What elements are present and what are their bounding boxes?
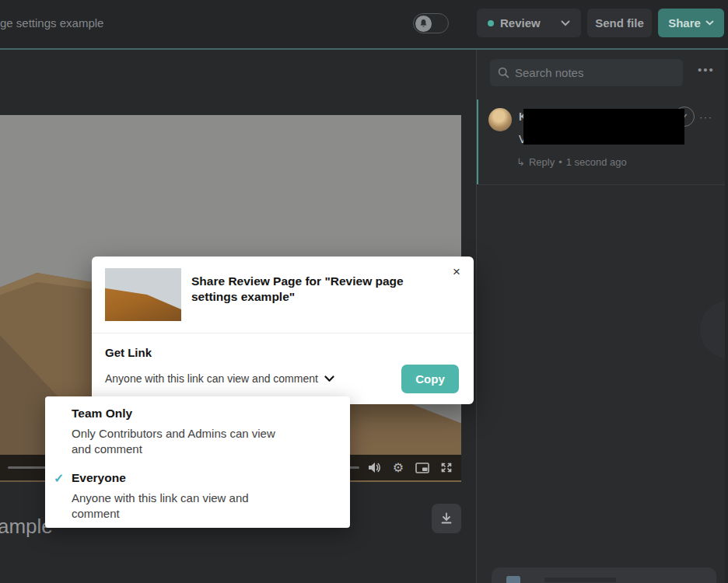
download-icon [439, 511, 453, 525]
page-title: ge settings example [0, 16, 103, 30]
comment-overflow-menu[interactable]: ··· [699, 111, 713, 123]
fullscreen-button[interactable] [438, 459, 455, 477]
comment-list-divider [477, 184, 728, 185]
speaker-icon [368, 462, 381, 473]
avatar[interactable] [488, 108, 512, 131]
attachment-card-text [544, 578, 616, 582]
picture-in-picture-icon [415, 463, 429, 473]
gear-icon: ⚙ [393, 462, 404, 474]
comments-sidebar: ••• K V ✓ ··· ↳ Reply • 1 second ago [477, 50, 728, 583]
reply-arrow-icon: ↳ [516, 156, 525, 168]
copy-label: Copy [415, 372, 445, 386]
copy-link-button[interactable]: Copy [401, 365, 459, 393]
search-notes-box[interactable] [490, 59, 683, 86]
chevron-down-icon [324, 375, 334, 382]
thumbnail-sand [105, 268, 181, 321]
notifications-toggle[interactable] [413, 13, 449, 33]
option-team-only[interactable]: Team Only Only Contributors and Admins c… [45, 396, 350, 462]
send-file-button[interactable]: Send file [587, 9, 652, 37]
download-button[interactable] [432, 504, 461, 533]
top-bar: ge settings example Review Send file Sha… [0, 0, 728, 48]
search-icon [498, 67, 509, 79]
send-file-label: Send file [595, 16, 644, 30]
link-permission-value: Anyone with this link can view and comme… [105, 372, 318, 385]
review-status-dot [488, 20, 494, 26]
selected-check-icon: ✓ [54, 471, 64, 486]
modal-title: Share Review Page for "Review page setti… [191, 274, 451, 304]
floating-circle [700, 300, 728, 359]
redaction-box [523, 109, 684, 145]
option-description: Anyone with this link can view and comme… [72, 490, 297, 521]
attachment-card[interactable] [492, 567, 716, 583]
modal-divider [92, 333, 474, 333]
share-button[interactable]: Share [658, 9, 724, 37]
close-icon[interactable]: × [453, 265, 460, 278]
app-window: ge settings example Review Send file Sha… [0, 0, 728, 583]
permission-dropdown: Team Only Only Contributors and Admins c… [45, 396, 350, 528]
share-review-modal: × Share Review Page for "Review page set… [92, 257, 474, 404]
picture-in-picture-button[interactable] [414, 459, 431, 477]
toggle-knob [415, 16, 432, 32]
review-status-button[interactable]: Review [477, 9, 581, 37]
comment-timestamp: 1 second ago [566, 156, 627, 168]
bell-icon [419, 19, 428, 28]
link-permission-select[interactable]: Anyone with this link can view and comme… [105, 372, 334, 385]
volume-button[interactable] [366, 459, 383, 477]
get-link-heading: Get Link [105, 346, 152, 359]
review-status-label: Review [500, 16, 541, 30]
meta-separator: • [558, 156, 562, 168]
scrollbar-track[interactable] [725, 50, 728, 583]
chevron-down-icon [705, 20, 714, 26]
review-page-thumbnail [105, 268, 181, 321]
option-title: Team Only [72, 407, 132, 421]
search-notes-input[interactable] [515, 66, 675, 79]
option-everyone[interactable]: ✓ Everyone Anyone with this link can vie… [45, 462, 350, 528]
reply-link[interactable]: Reply [529, 156, 555, 168]
comment-meta-row: ↳ Reply • 1 second ago [516, 156, 627, 168]
share-label: Share [668, 16, 701, 30]
settings-button[interactable]: ⚙ [390, 459, 407, 477]
fullscreen-icon [440, 462, 453, 473]
video-thumbnail-icon [506, 576, 520, 583]
option-title: Everyone [72, 471, 126, 485]
option-description: Only Contributors and Admins can view an… [72, 426, 297, 456]
chevron-down-icon [561, 20, 570, 26]
sidebar-overflow-menu[interactable]: ••• [698, 63, 715, 76]
comment-item[interactable]: K V ✓ ··· ↳ Reply • 1 second ago [477, 99, 728, 184]
